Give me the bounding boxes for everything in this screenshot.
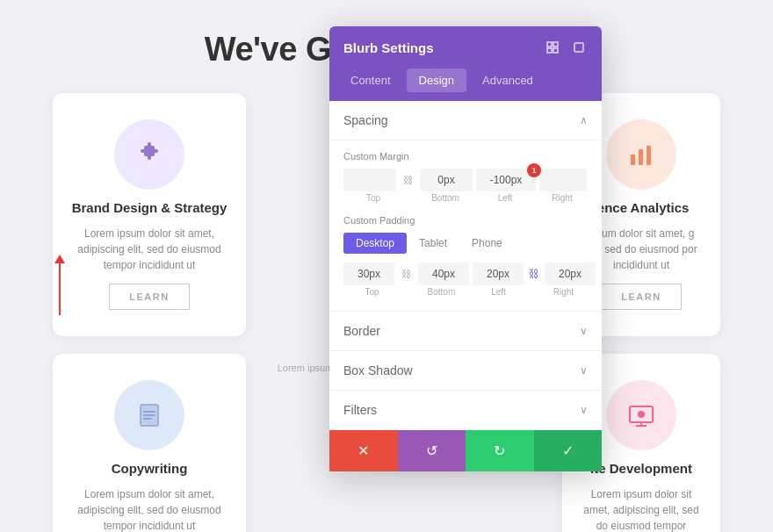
margin-badge: 1 bbox=[527, 163, 541, 177]
box-shadow-section-header[interactable]: Box Shadow ∨ bbox=[329, 351, 602, 391]
arrow-line bbox=[59, 262, 61, 315]
monitor-icon bbox=[625, 399, 657, 431]
red-arrow bbox=[54, 255, 65, 315]
copywriting-icon-circle bbox=[114, 380, 184, 450]
padding-top-label: Top bbox=[345, 287, 399, 297]
svg-rect-16 bbox=[574, 43, 583, 52]
panel-tabs: Content Design Advanced bbox=[329, 68, 602, 101]
document-icon bbox=[134, 399, 165, 431]
spacing-section-content: Custom Margin ⛓ 1 Top Bottom Left bbox=[329, 140, 602, 312]
device-tablet[interactable]: Tablet bbox=[407, 233, 459, 254]
tab-advanced[interactable]: Advanced bbox=[470, 68, 545, 92]
padding-labels-row: Top Bottom Left Right bbox=[343, 287, 588, 297]
panel-footer: ✕ ↺ ↻ ✓ bbox=[329, 430, 602, 471]
cancel-button[interactable]: ✕ bbox=[329, 430, 398, 471]
dev-card-title: ite Development bbox=[590, 461, 692, 476]
dev-card-text: Lorem ipsum dolor sit amet, adipiscing e… bbox=[580, 486, 703, 532]
padding-left-input[interactable] bbox=[473, 262, 524, 285]
padding-link-spacer2 bbox=[525, 287, 539, 297]
padding-link-spacer bbox=[399, 287, 415, 297]
spacing-section-title: Spacing bbox=[343, 113, 388, 127]
brand-card-text: Lorem ipsum dolor sit amet, adipiscing e… bbox=[70, 226, 228, 273]
copywriting-card-title: Copywriting bbox=[112, 461, 188, 476]
svg-rect-0 bbox=[631, 155, 635, 165]
padding-left-label: Left bbox=[472, 287, 525, 297]
svg-rect-1 bbox=[639, 149, 643, 165]
device-tabs: Desktop Tablet Phone bbox=[343, 233, 588, 254]
box-shadow-chevron-icon: ∨ bbox=[580, 364, 588, 377]
close-icon[interactable] bbox=[570, 39, 588, 56]
panel-title: Blurb Settings bbox=[343, 40, 434, 55]
fullscreen-icon[interactable] bbox=[544, 39, 561, 56]
brand-icon-circle bbox=[114, 119, 184, 190]
copywriting-card-text: Lorem ipsum dolor sit amet, adipiscing e… bbox=[70, 486, 228, 532]
tab-content[interactable]: Content bbox=[338, 68, 403, 92]
padding-label: Custom Padding bbox=[343, 215, 588, 226]
filters-chevron-icon: ∨ bbox=[580, 404, 588, 416]
margin-top-label: Top bbox=[345, 193, 401, 203]
margin-label: Custom Margin bbox=[343, 151, 588, 162]
analytics-learn-button[interactable]: LEARN bbox=[601, 284, 681, 310]
margin-link-icon: ⛓ bbox=[400, 175, 416, 185]
filters-section-header[interactable]: Filters ∨ bbox=[329, 391, 602, 430]
copywriting-card: Copywriting Lorem ipsum dolor sit amet, … bbox=[53, 354, 246, 532]
padding-right-input[interactable] bbox=[545, 262, 596, 285]
svg-rect-14 bbox=[547, 48, 552, 53]
spacing-chevron-icon: ∧ bbox=[580, 114, 588, 126]
spacing-section: Spacing ∧ Custom Margin ⛓ 1 Top bbox=[329, 101, 602, 312]
svg-rect-15 bbox=[553, 48, 558, 53]
margin-inputs-row: ⛓ 1 bbox=[343, 169, 588, 191]
brand-learn-button[interactable]: LEARN bbox=[109, 284, 189, 310]
border-chevron-icon: ∨ bbox=[580, 325, 588, 337]
analytics-icon-circle bbox=[606, 119, 676, 190]
device-desktop[interactable]: Desktop bbox=[343, 233, 407, 254]
svg-rect-12 bbox=[547, 42, 552, 47]
svg-rect-13 bbox=[553, 42, 558, 47]
padding-link-icon-2: ⛓ bbox=[527, 268, 541, 280]
margin-bottom-label: Bottom bbox=[417, 193, 473, 203]
spacing-section-header[interactable]: Spacing ∧ bbox=[329, 101, 602, 140]
panel-body: Spacing ∧ Custom Margin ⛓ 1 Top bbox=[329, 101, 602, 471]
device-phone[interactable]: Phone bbox=[459, 233, 515, 254]
dev-icon-circle bbox=[606, 380, 676, 450]
box-shadow-section-title: Box Shadow bbox=[343, 363, 413, 377]
margin-right-input[interactable] bbox=[539, 169, 587, 191]
padding-link-icon-1: ⛓ bbox=[398, 269, 415, 279]
tab-design[interactable]: Design bbox=[407, 68, 466, 92]
svg-point-11 bbox=[638, 411, 645, 418]
margin-left-label: Left bbox=[473, 193, 537, 203]
svg-rect-2 bbox=[647, 146, 651, 165]
puzzle-icon bbox=[134, 139, 165, 170]
margin-bottom-input[interactable] bbox=[420, 169, 473, 191]
save-button[interactable]: ✓ bbox=[534, 430, 603, 471]
panel-header-icons bbox=[544, 39, 588, 56]
chart-icon bbox=[625, 139, 657, 170]
panel-header: Blurb Settings bbox=[329, 26, 602, 68]
margin-left-container: 1 bbox=[476, 169, 536, 191]
padding-inputs-row: ⛓ ⛓ bbox=[343, 262, 588, 285]
analytics-card-title: ience Analytics bbox=[594, 200, 690, 215]
padding-right-label: Right bbox=[539, 287, 588, 297]
padding-bottom-input[interactable] bbox=[418, 262, 469, 285]
filters-section-title: Filters bbox=[343, 403, 377, 417]
undo-button[interactable]: ↺ bbox=[398, 430, 466, 471]
margin-right-label: Right bbox=[537, 193, 588, 203]
margin-top-input[interactable] bbox=[343, 169, 396, 191]
redo-button[interactable]: ↻ bbox=[466, 430, 534, 471]
border-section-header[interactable]: Border ∨ bbox=[329, 312, 602, 351]
padding-bottom-label: Bottom bbox=[415, 287, 468, 297]
brand-card-title: Brand Design & Strategy bbox=[72, 200, 228, 215]
settings-panel: Blurb Settings Content Design Advanced bbox=[329, 26, 602, 471]
margin-link-spacer bbox=[401, 193, 417, 203]
margin-labels-row: Top Bottom Left Right bbox=[343, 193, 588, 203]
padding-top-input[interactable] bbox=[343, 262, 394, 285]
border-section-title: Border bbox=[343, 324, 380, 338]
brand-design-card: Brand Design & Strategy Lorem ipsum dolo… bbox=[53, 93, 246, 336]
